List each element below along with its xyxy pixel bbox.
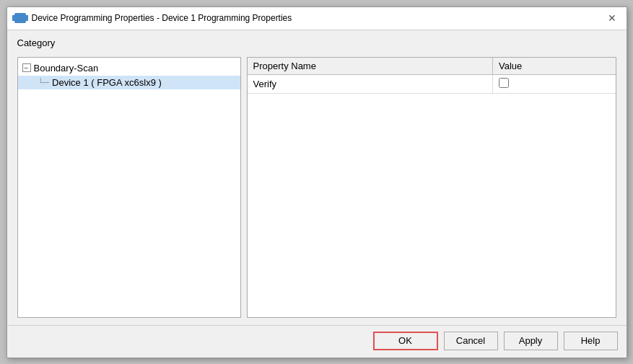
dialog-body: Category − Boundary-Scan └─ Device 1 ( F… [7, 30, 627, 325]
close-button[interactable]: ✕ [605, 11, 619, 25]
title-bar: Device Programming Properties - Device 1… [7, 7, 627, 30]
verify-checkbox[interactable] [499, 78, 509, 88]
properties-table: Property Name Value Verify [248, 58, 616, 94]
tree-panel: − Boundary-Scan └─ Device 1 ( FPGA xc6sl… [17, 57, 241, 318]
collapse-icon[interactable]: − [22, 63, 31, 72]
ok-button[interactable]: OK [373, 332, 438, 350]
table-row: Verify [248, 74, 616, 93]
property-name-text: Verify [253, 79, 277, 89]
col-header-value: Value [493, 58, 616, 75]
app-icon [14, 12, 26, 24]
help-button[interactable]: Help [564, 332, 618, 350]
apply-button[interactable]: Apply [504, 332, 558, 350]
tree-connector-icon: └─ [38, 78, 50, 86]
tree-child-label: Device 1 ( FPGA xc6slx9 ) [52, 77, 162, 88]
title-bar-left: Device Programming Properties - Device 1… [14, 12, 292, 24]
tree-root-label: Boundary-Scan [34, 63, 99, 74]
tree-root-item[interactable]: − Boundary-Scan [18, 61, 240, 76]
col-header-name: Property Name [248, 58, 493, 75]
property-name-cell: Verify [248, 74, 493, 93]
cancel-button[interactable]: Cancel [444, 332, 498, 350]
tree-child-item[interactable]: └─ Device 1 ( FPGA xc6slx9 ) [18, 76, 240, 89]
dialog-window: Device Programming Properties - Device 1… [6, 6, 627, 358]
window-title: Device Programming Properties - Device 1… [32, 13, 292, 23]
button-row: OK Cancel Apply Help [7, 325, 627, 358]
properties-panel: Property Name Value Verify [247, 57, 616, 318]
category-label: Category [17, 37, 616, 48]
property-value-cell [493, 74, 616, 93]
main-content: − Boundary-Scan └─ Device 1 ( FPGA xc6sl… [17, 57, 616, 318]
